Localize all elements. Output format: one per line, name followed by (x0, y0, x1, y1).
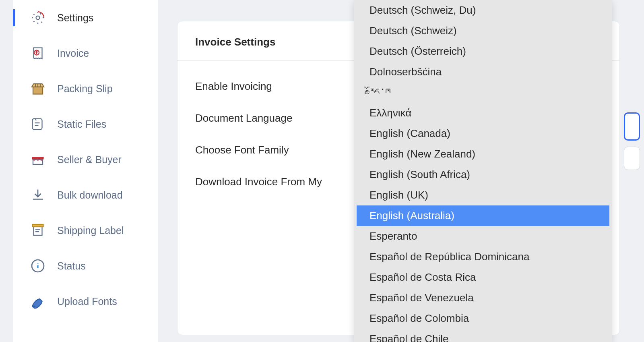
sidebar-item-label: Static Files (57, 118, 106, 130)
sidebar-item-packing-slip[interactable]: Packing Slip (13, 71, 158, 106)
svg-point-0 (36, 16, 40, 20)
language-option[interactable]: English (Canada) (354, 123, 612, 144)
sidebar-item-status[interactable]: Status (13, 248, 158, 284)
sidebar-item-bulk-download[interactable]: Bulk download (13, 177, 158, 213)
info-icon (29, 257, 47, 275)
sidebar-item-invoice[interactable]: Invoice (13, 35, 158, 71)
sidebar-item-shipping-label[interactable]: Shipping Label (13, 213, 158, 248)
svg-rect-2 (33, 87, 43, 94)
language-option[interactable]: Deutsch (Schweiz, Du) (354, 0, 612, 21)
language-option[interactable]: Dolnoserbšćina (354, 62, 612, 82)
language-option[interactable]: Español de Venezuela (354, 288, 612, 308)
language-option[interactable]: རྫོང་ཁ (354, 82, 612, 103)
language-dropdown[interactable]: Deutsch (Schweiz, Du)Deutsch (Schweiz)De… (354, 0, 612, 342)
language-option[interactable]: Español de Colombia (354, 308, 612, 329)
sidebar: Settings Invoice Packing Slip (13, 0, 158, 342)
language-option[interactable]: English (UK) (354, 185, 612, 205)
sidebar-item-label: Settings (57, 12, 93, 24)
invoice-icon (29, 44, 47, 62)
label-icon (29, 222, 47, 239)
sidebar-item-label: Packing Slip (57, 83, 113, 95)
select-field-outline-secondary[interactable] (624, 147, 640, 170)
sidebar-item-label: Shipping Label (57, 225, 124, 236)
sidebar-item-label: Upload Fonts (57, 296, 117, 307)
setting-label: Choose Font Family (195, 144, 289, 156)
language-option[interactable]: Español de Chile (354, 329, 612, 342)
setting-label: Document Language (195, 112, 292, 124)
sidebar-item-upload-fonts[interactable]: Upload Fonts (13, 284, 158, 319)
gear-icon (29, 9, 47, 27)
store-icon (29, 151, 47, 168)
language-option[interactable]: Ελληνικά (354, 103, 612, 123)
language-option[interactable]: Español de Costa Rica (354, 267, 612, 288)
setting-label: Enable Invoicing (195, 80, 272, 92)
svg-rect-5 (33, 224, 43, 227)
language-option[interactable]: Deutsch (Österreich) (354, 41, 612, 62)
select-field-outline[interactable] (624, 112, 640, 141)
right-edge (621, 0, 644, 342)
sidebar-item-label: Seller & Buyer (57, 154, 122, 166)
download-icon (29, 186, 47, 204)
sidebar-item-seller-buyer[interactable]: Seller & Buyer (13, 142, 158, 177)
sidebar-item-static-files[interactable]: Static Files (13, 106, 158, 142)
language-option[interactable]: English (South Africa) (354, 164, 612, 185)
language-option[interactable]: Deutsch (Schweiz) (354, 21, 612, 41)
sidebar-item-label: Invoice (57, 48, 89, 59)
setting-label: Download Invoice From My (195, 176, 322, 188)
pen-icon (29, 292, 47, 310)
sidebar-item-settings[interactable]: Settings (13, 0, 158, 35)
sidebar-item-label: Bulk download (57, 189, 123, 201)
sidebar-item-label: Status (57, 260, 86, 272)
language-option[interactable]: English (Australia) (357, 205, 609, 226)
language-option[interactable]: Español de República Dominicana (354, 247, 612, 267)
language-option[interactable]: English (New Zealand) (354, 144, 612, 164)
scroll-icon (29, 115, 47, 133)
language-option[interactable]: Esperanto (354, 226, 612, 247)
box-icon (29, 80, 47, 97)
